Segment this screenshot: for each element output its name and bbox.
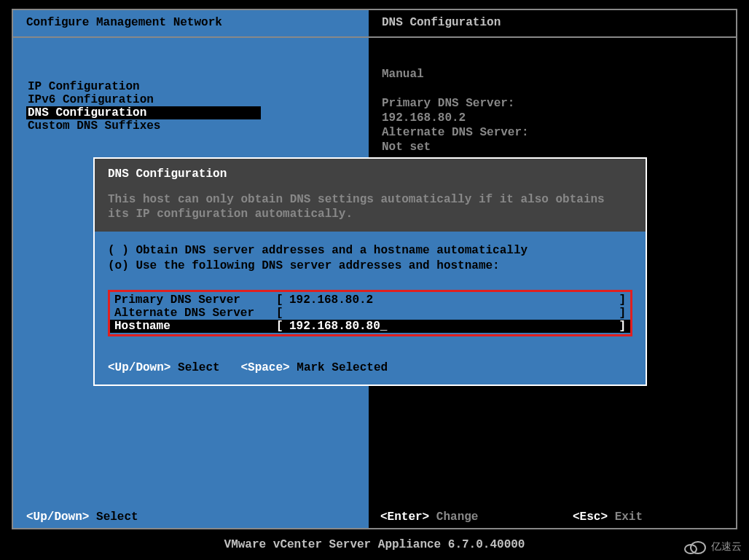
status-hint-enter: <Enter> Change (380, 510, 478, 524)
bracket-close-icon: ] (617, 307, 626, 320)
hint-enter-key: <Enter> (380, 510, 429, 524)
primary-dns-input[interactable]: 192.168.80.2 (289, 293, 617, 307)
dialog-footer-hints: <Up/Down> Select <Space> Mark Selected (108, 361, 632, 374)
hint-updown-key: <Up/Down> (26, 510, 89, 524)
menu-list: IP Configuration IPv6 Configuration DNS … (13, 38, 369, 133)
right-panel-title: DNS Configuration (369, 10, 736, 38)
info-mode: Manual (382, 67, 736, 82)
info-primary-value: 192.168.80.2 (382, 111, 736, 125)
hint-updown-key: <Up/Down> (108, 361, 170, 374)
field-label: Alternate DNS Server (114, 307, 276, 320)
bracket-open-icon: [ (276, 320, 289, 333)
radio-option-manual[interactable]: (o) Use the following DNS server address… (108, 259, 632, 274)
menu-item-ip-config[interactable]: IP Configuration (26, 80, 261, 93)
dialog-header: DNS Configuration This host can only obt… (95, 159, 646, 232)
info-area: Manual Primary DNS Server: 192.168.80.2 … (369, 38, 736, 154)
field-hostname[interactable]: Hostname [ 192.168.80.80 ] (110, 320, 630, 333)
info-alternate-value: Not set (382, 140, 736, 154)
alternate-dns-input[interactable] (289, 307, 617, 320)
hint-esc-key: <Esc> (573, 510, 608, 524)
watermark: 亿速云 (682, 538, 742, 556)
bracket-close-icon: ] (617, 293, 626, 307)
dialog-body: ( ) Obtain DNS server addresses and a ho… (95, 232, 646, 384)
watermark-text: 亿速云 (711, 540, 742, 553)
menu-item-custom-dns-suffixes[interactable]: Custom DNS Suffixes (26, 119, 261, 133)
dialog-subtitle: This host can only obtain DNS settings a… (108, 192, 632, 221)
status-hint-left: <Up/Down> Select (26, 510, 138, 524)
hint-space-key: <Space> (240, 361, 289, 374)
bracket-open-icon: [ (276, 307, 289, 320)
hint-esc-label: Exit (615, 510, 643, 524)
hostname-input[interactable]: 192.168.80.80 (289, 320, 617, 333)
status-hint-esc: <Esc> Exit (573, 510, 643, 524)
radio-options: ( ) Obtain DNS server addresses and a ho… (108, 243, 632, 274)
field-label: Primary DNS Server (114, 293, 276, 307)
radio-option-auto[interactable]: ( ) Obtain DNS server addresses and a ho… (108, 243, 632, 259)
annotation-highlight-box: Primary DNS Server [ 192.168.80.2 ] Alte… (108, 290, 632, 336)
hint-space-label: Mark Selected (297, 361, 388, 374)
info-primary-label: Primary DNS Server: (382, 96, 736, 111)
field-label: Hostname (114, 320, 276, 333)
bracket-close-icon: ] (617, 320, 626, 333)
menu-item-ipv6-config[interactable]: IPv6 Configuration (26, 93, 261, 106)
hint-enter-label: Change (436, 510, 479, 524)
svg-point-1 (691, 542, 705, 553)
field-primary-dns[interactable]: Primary DNS Server [ 192.168.80.2 ] (110, 293, 630, 307)
dns-configuration-dialog: DNS Configuration This host can only obt… (93, 157, 647, 386)
field-alternate-dns[interactable]: Alternate DNS Server [ ] (110, 307, 630, 320)
hint-updown-label: Select (178, 361, 220, 374)
info-alternate-label: Alternate DNS Server: (382, 125, 736, 140)
menu-item-dns-config[interactable]: DNS Configuration (26, 106, 261, 119)
dialog-title: DNS Configuration (108, 167, 632, 181)
hint-updown-label: Select (96, 510, 138, 524)
cloud-icon (682, 538, 707, 556)
left-panel-title: Configure Management Network (13, 10, 369, 38)
bracket-open-icon: [ (276, 293, 289, 307)
product-version: VMware vCenter Server Appliance 6.7.0.40… (0, 538, 749, 551)
